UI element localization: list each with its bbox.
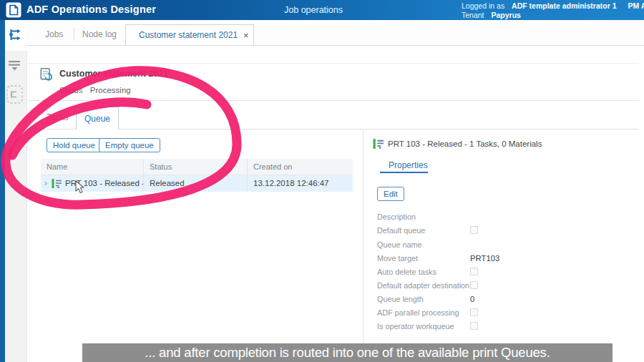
expand-chevron-icon[interactable]: › <box>43 175 49 192</box>
tab-jobs[interactable]: Jobs <box>45 29 63 39</box>
table-row[interactable]: › PRT 103 - Released -… Released 13.12.2… <box>41 175 353 192</box>
queue-icon <box>373 138 384 150</box>
tenant-value: Papyrus <box>491 11 520 19</box>
left-accent-strip <box>0 20 5 362</box>
top-bar: ADF Operations Designer Job operations L… <box>0 0 644 20</box>
column-header-name[interactable]: Name <box>41 159 143 175</box>
property-label: Move target <box>377 254 418 263</box>
property-row-default-queue: Default queue <box>377 226 639 236</box>
property-label: Default adapter destination <box>377 281 469 290</box>
property-label: Queue name <box>377 240 421 249</box>
tab-properties-underline <box>380 172 428 173</box>
property-row-queue-name: Queue name <box>377 240 639 250</box>
subtab-tasks[interactable]: Tasks <box>47 112 69 122</box>
property-row-queue-length: Queue length 0 <box>377 295 639 305</box>
column-header-status[interactable]: Status <box>143 159 247 175</box>
flow-placeholder-icon[interactable] <box>6 85 23 104</box>
flow-tree-icon[interactable] <box>9 27 24 42</box>
subtab-queue-label: Queue <box>84 114 110 124</box>
close-tab-icon[interactable]: × <box>243 31 249 40</box>
property-label: Is operator workqueue <box>377 322 454 331</box>
queue-icon <box>52 178 62 189</box>
property-row-description: Description <box>377 212 639 222</box>
property-value: PRT103 <box>470 254 499 263</box>
status-value: Processing <box>90 86 131 94</box>
subtitle-caption: ... and after completion is routed into … <box>82 343 613 362</box>
property-row-move-target: Move target PRT103 <box>377 254 639 264</box>
default-adapter-destination-checkbox[interactable] <box>470 281 478 289</box>
property-row-auto-delete: Auto delete tasks <box>377 268 639 278</box>
column-header-created-on[interactable]: Created on <box>247 159 353 175</box>
tab-separator <box>74 28 74 40</box>
queue-table-header: Name Status Created on <box>41 159 353 175</box>
empty-queue-button[interactable]: Empty queue <box>99 138 160 152</box>
pane-splitter[interactable] <box>363 129 364 362</box>
row-name-text: PRT 103 - Released -… <box>65 175 143 192</box>
auto-delete-tasks-checkbox[interactable] <box>470 268 478 275</box>
default-queue-checkbox[interactable] <box>470 226 478 234</box>
property-label: Auto delete tasks <box>377 268 436 276</box>
filter-sort-icon[interactable] <box>8 60 21 71</box>
divider <box>26 63 639 64</box>
document-tab-bar: Jobs Node log Customer statement 2021 × <box>26 20 644 46</box>
tenant-info: Tenant Papyrus <box>462 11 521 19</box>
logged-in-label: Logged in as <box>462 1 504 10</box>
row-name-cell: › PRT 103 - Released -… <box>41 175 143 192</box>
job-processing-icon <box>40 67 53 81</box>
logged-in-user: ADF template administrator 1 <box>512 1 616 10</box>
tab-node-log[interactable]: Node log <box>82 29 117 39</box>
hold-queue-button[interactable]: Hold queue <box>47 138 102 152</box>
property-label: Queue length <box>377 295 424 303</box>
status-label: Status <box>59 86 83 94</box>
is-operator-workqueue-checkbox[interactable] <box>470 322 478 330</box>
edit-button[interactable]: Edit <box>377 187 404 201</box>
tab-customer-statement-2021[interactable]: Customer statement 2021 × <box>125 24 254 45</box>
logged-in-role: PM ADF Developer <box>628 1 644 10</box>
nav-title: Job operations <box>284 5 343 15</box>
divider <box>26 100 639 101</box>
property-label: ADF parallel processing <box>377 308 459 317</box>
property-row-adf-parallel: ADF parallel processing <box>377 308 639 318</box>
job-title: Customer statement 2021 <box>59 69 168 79</box>
job-status: Status Processing <box>59 86 131 94</box>
queue-table: Name Status Created on › PRT 103 - Relea… <box>41 159 353 192</box>
logged-in-info: Logged in as ADF template administrator … <box>462 1 644 10</box>
app-window: ADF Operations Designer Job operations L… <box>0 0 644 362</box>
row-status-cell: Released <box>143 175 247 192</box>
app-logo-icon[interactable] <box>6 2 21 18</box>
property-label: Default queue <box>377 226 425 235</box>
tenant-label: Tenant <box>462 11 484 19</box>
property-label: Description <box>377 212 416 221</box>
property-row-default-adapter: Default adapter destination <box>377 281 639 291</box>
row-created-cell: 13.12.2018 12:46:47 <box>247 175 353 192</box>
tab-properties[interactable]: Properties <box>389 160 428 170</box>
adf-parallel-processing-checkbox[interactable] <box>470 308 478 316</box>
subtab-queue[interactable]: Queue <box>76 107 119 129</box>
details-title: PRT 103 - Released - 1 Tasks, 0 Material… <box>388 140 542 148</box>
app-title: ADF Operations Designer <box>26 4 156 15</box>
active-tab-label: Customer statement 2021 <box>139 30 238 40</box>
property-value: 0 <box>470 295 474 303</box>
property-row-operator-workqueue: Is operator workqueue <box>377 322 639 332</box>
